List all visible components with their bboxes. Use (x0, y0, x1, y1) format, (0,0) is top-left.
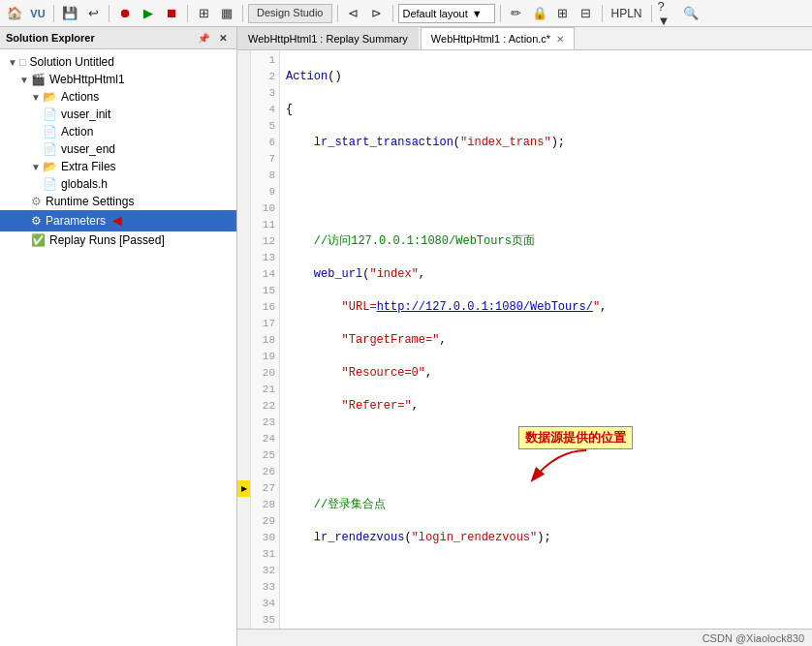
replay-icon: ✅ (31, 233, 46, 247)
tree-item-runtime[interactable]: ⚙ Runtime Settings (0, 193, 236, 210)
tree-item-vuser-init[interactable]: 📄 vuser_init (0, 106, 236, 123)
tree-label-vuser-end: vuser_end (61, 142, 115, 156)
gutter-mark-34 (237, 596, 250, 612)
stop-button[interactable]: ⏹ (161, 3, 182, 24)
sep9 (651, 5, 652, 22)
home-button[interactable]: 🏠 (4, 3, 25, 24)
gutter-mark-1 (237, 52, 250, 69)
gutter-mark-2 (237, 69, 250, 85)
layout2-button[interactable]: ⊟ (576, 3, 597, 24)
search-button[interactable]: 🔍 (680, 3, 702, 24)
gutter-mark-16 (237, 299, 250, 316)
help-button[interactable]: ?▼ (657, 3, 678, 24)
gutter-mark-21 (237, 382, 250, 398)
tree-label-globals: globals.h (61, 177, 108, 191)
sep3 (187, 5, 188, 22)
tab-close-icon[interactable]: ✕ (556, 34, 564, 45)
tree-label-vuser-init: vuser_init (61, 108, 110, 121)
undo-button[interactable]: ↩ (82, 3, 104, 24)
pencil-button[interactable]: ✏ (506, 3, 527, 24)
expand-arrow[interactable]: ▼ (19, 75, 29, 85)
gutter-mark-20 (237, 365, 250, 382)
tree-item-extra-files[interactable]: ▼ 📂 Extra Files (0, 158, 236, 175)
gutter-mark-18 (237, 332, 250, 349)
param-btn2[interactable]: ⊳ (366, 3, 388, 24)
dropdown-arrow-icon: ▼ (472, 8, 483, 19)
design-studio-button[interactable]: Design Studio (248, 4, 332, 23)
tree-label-parameters: Parameters (46, 214, 106, 228)
gutter-mark-13 (237, 250, 250, 266)
sep6 (392, 5, 393, 22)
tab-replay-summary[interactable]: WebHttpHtml1 : Replay Summary (237, 27, 419, 49)
tree-item-actions[interactable]: ▼ 📂 Actions (0, 88, 236, 106)
gutter-mark-9 (237, 184, 250, 200)
file-icon: 📄 (43, 177, 57, 191)
save-button[interactable]: 💾 (59, 3, 80, 24)
expand-arrow[interactable]: ▼ (31, 162, 41, 172)
tree-item-parameters[interactable]: ⚙ Parameters ◄ (0, 210, 236, 231)
script-icon: 📄 (43, 125, 57, 138)
gutter-mark-30 (237, 530, 250, 546)
layout-dropdown[interactable]: Default layout ▼ (398, 4, 495, 23)
lock-button[interactable]: 🔒 (529, 3, 550, 24)
param-btn1[interactable]: ⊲ (343, 3, 364, 24)
expand-arrow[interactable]: ▼ (31, 92, 41, 103)
gear-icon: ⚙ (31, 195, 42, 208)
run-button[interactable]: ▶ (138, 3, 159, 24)
tree-item-action[interactable]: 📄 Action (0, 123, 236, 140)
gutter-mark-32 (237, 563, 250, 579)
annotation-arrow-icon: ◄ (109, 212, 125, 230)
status-bar: CSDN @Xiaolock830 (237, 629, 812, 646)
sep1 (53, 5, 54, 22)
gutter-mark-12 (237, 233, 250, 250)
tree-item-vuser-end[interactable]: 📄 vuser_end (0, 140, 236, 158)
sep5 (337, 5, 338, 22)
script-icon: 📄 (43, 142, 57, 156)
more-button[interactable]: ▦ (216, 3, 237, 24)
sep2 (109, 5, 109, 22)
gutter-mark-27: ▶ (237, 480, 250, 497)
line-numbers: 123 456 789 101112 131415 161718 192021 … (251, 50, 280, 629)
grid2-button[interactable]: ⊞ (552, 3, 574, 24)
gutter-mark-26 (237, 464, 250, 480)
expand-arrow[interactable]: ▼ (8, 57, 17, 68)
design-studio-label: Design Studio (257, 7, 324, 18)
tree-label-runtime: Runtime Settings (46, 195, 134, 208)
close-icon[interactable]: ✕ (215, 30, 231, 46)
sep4 (242, 5, 243, 22)
script-icon: 📄 (43, 108, 57, 121)
pin-button[interactable]: 📌 (196, 30, 211, 46)
grid-button[interactable]: ⊞ (193, 3, 214, 24)
solution-icon: □ (19, 56, 26, 68)
tree-label-project: WebHttpHtml1 (49, 73, 125, 86)
gutter-mark-29 (237, 513, 250, 530)
main-area: Solution Explorer 📌 ✕ ▼ □ Solution Untit… (0, 27, 812, 646)
project-icon: 🎬 (31, 73, 46, 86)
gutter-mark-19 (237, 349, 250, 365)
toolbar: 🏠 VU 💾 ↩ ⏺ ▶ ⏹ ⊞ ▦ Design Studio ⊲ ⊳ Def… (0, 0, 812, 27)
se-title: Solution Explorer (6, 32, 95, 44)
record-button[interactable]: ⏺ (114, 3, 136, 24)
gutter-mark-17 (237, 316, 250, 332)
tree-label-extra-files: Extra Files (61, 160, 116, 173)
gutter-mark-3 (237, 85, 250, 102)
code-editor: ▶ 123 456 789 101112 131415 (237, 50, 812, 629)
tree-item-project[interactable]: ▼ 🎬 WebHttpHtml1 (0, 71, 236, 88)
code-content[interactable]: Action() { lr_start_transaction("index_t… (280, 50, 812, 629)
tab-action[interactable]: WebHttpHtml1 : Action.c* ✕ (421, 27, 575, 49)
tree-item-globals[interactable]: 📄 globals.h (0, 175, 236, 193)
solution-explorer: Solution Explorer 📌 ✕ ▼ □ Solution Untit… (0, 27, 237, 646)
sep7 (500, 5, 501, 22)
gutter-mark-22 (237, 398, 250, 415)
gutter-mark-10 (237, 200, 250, 217)
gutter-mark-4 (237, 102, 250, 118)
content-area: WebHttpHtml1 : Replay Summary WebHttpHtm… (237, 27, 812, 646)
status-text: CSDN @Xiaolock830 (703, 632, 804, 644)
vugen-button[interactable]: VU (27, 3, 48, 24)
gutter-mark-5 (237, 118, 250, 135)
tree-item-solution[interactable]: ▼ □ Solution Untitled (0, 53, 236, 71)
params-icon: ⚙ (31, 214, 42, 228)
gutter-mark-8 (237, 168, 250, 184)
tree-item-replay[interactable]: ✅ Replay Runs [Passed] (0, 231, 236, 249)
gutter-mark-25 (237, 447, 250, 464)
